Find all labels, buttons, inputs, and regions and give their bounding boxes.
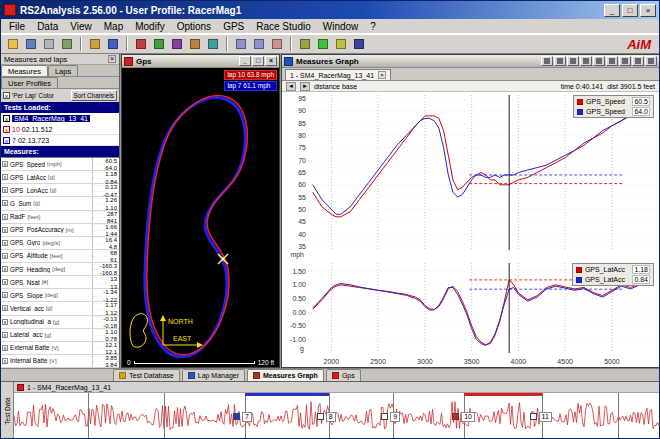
measure-row[interactable]: xRadF[feet]287841: [1, 211, 119, 224]
prev-base-icon[interactable]: ◄: [286, 82, 296, 91]
test-database-icon[interactable]: [87, 36, 103, 52]
doc-tab-test-database[interactable]: Test Database: [113, 369, 180, 381]
measure-checkbox[interactable]: x: [2, 279, 8, 285]
menu-options[interactable]: Options: [171, 21, 217, 32]
measure-checkbox[interactable]: x: [2, 214, 8, 220]
print-icon[interactable]: [41, 36, 57, 52]
legend-item[interactable]: GPS_LatAcc1.18: [576, 265, 650, 274]
per-lap-color-checkbox[interactable]: x: [3, 92, 10, 99]
menu-race-studio[interactable]: Race Studio: [250, 21, 316, 32]
maximize-button[interactable]: □: [622, 4, 638, 17]
legend-item[interactable]: GPS_Speed60.5: [577, 97, 650, 106]
measure-checkbox[interactable]: x: [2, 292, 8, 298]
export-icon[interactable]: [59, 36, 75, 52]
gps-map[interactable]: lap 10 63.8 mphlap 7 61.1 mph: [122, 68, 279, 367]
tab-user-profiles[interactable]: User Profiles: [1, 77, 58, 88]
measure-checkbox[interactable]: x: [2, 161, 8, 167]
next-base-icon[interactable]: ►: [300, 82, 310, 91]
lap-row[interactable]: x702.13.723: [1, 135, 119, 146]
gps-close-button[interactable]: ×: [265, 56, 277, 66]
measure-checkbox[interactable]: x: [2, 305, 8, 311]
graph-tab[interactable]: 1 - SM4_RacerMag_13_41 ×: [285, 69, 391, 80]
doc-tab-lap-manager[interactable]: Lap Manager: [182, 369, 245, 381]
measure-row[interactable]: xGPS_Slope[deg]-1.34-1.22: [1, 289, 119, 302]
lap-select-checkbox[interactable]: [317, 413, 324, 420]
legend-item[interactable]: GPS_LatAcc0.84: [576, 275, 650, 284]
measures-graph-icon[interactable]: [133, 36, 149, 52]
tab-measures[interactable]: Measures: [1, 65, 48, 76]
measure-row[interactable]: xGPS_Gyro[deg/s]16.44.8: [1, 237, 119, 250]
gps-maximize-button[interactable]: □: [252, 56, 264, 66]
lap-marker[interactable]: 7: [242, 412, 252, 422]
measure-checkbox[interactable]: x: [2, 240, 8, 246]
measure-checkbox[interactable]: x: [2, 187, 8, 193]
menu-modify[interactable]: Modify: [129, 21, 170, 32]
menu-data[interactable]: Data: [31, 21, 64, 32]
tab-laps[interactable]: Laps: [48, 65, 78, 76]
lap-marker[interactable]: 11: [539, 412, 552, 422]
lap-select-checkbox[interactable]: [233, 413, 240, 420]
menu-view[interactable]: View: [64, 21, 98, 32]
zoom-in-icon[interactable]: [233, 36, 249, 52]
measure-row[interactable]: xInternal Batte[V]3.853.84: [1, 355, 119, 368]
doc-tab-gps[interactable]: Gps: [326, 369, 361, 381]
measure-row[interactable]: xExternal Batte[V]12.112.1: [1, 342, 119, 355]
measure-checkbox[interactable]: x: [2, 358, 8, 364]
panel-close-icon[interactable]: ×: [108, 55, 116, 63]
menu-map[interactable]: Map: [98, 21, 129, 32]
measure-checkbox[interactable]: x: [2, 266, 8, 272]
gps-minimize-button[interactable]: _: [239, 56, 251, 66]
menu-window[interactable]: Window: [317, 21, 365, 32]
measure-row[interactable]: xLateral_acc[g]1.100.78: [1, 329, 119, 342]
download-data-icon[interactable]: [333, 36, 349, 52]
lap-checkbox[interactable]: x: [3, 137, 10, 144]
doc-tab-measures-graph[interactable]: Measures Graph: [247, 369, 324, 381]
test-checkbox[interactable]: x: [3, 115, 10, 122]
histogram-icon[interactable]: [169, 36, 185, 52]
lap-overview-strip[interactable]: 7891011: [14, 393, 659, 439]
grid-icon[interactable]: [606, 56, 618, 66]
menu-gps[interactable]: GPS: [217, 21, 250, 32]
measure-checkbox[interactable]: x: [2, 174, 8, 180]
measure-checkbox[interactable]: x: [2, 332, 8, 338]
zoom-out-icon[interactable]: [251, 36, 267, 52]
cursor-tool-icon[interactable]: [541, 56, 553, 66]
measure-row[interactable]: xLongitudinal_a[g]-0.13-0.18: [1, 316, 119, 329]
options-icon[interactable]: [297, 36, 313, 52]
gps-map-icon[interactable]: [151, 36, 167, 52]
lap-marker[interactable]: 9: [390, 412, 400, 422]
zoom-out-icon[interactable]: [567, 56, 579, 66]
measure-row[interactable]: xGPS_Nsat[#]1313: [1, 276, 119, 289]
measure-row[interactable]: xGPS_PosAccuracy[m]1.661.44: [1, 224, 119, 237]
test-data-tab[interactable]: Test Data: [1, 382, 14, 439]
measure-row[interactable]: xVertical_acc[g]1.171.12: [1, 302, 119, 315]
measure-row[interactable]: xGPS_LonAcc[g]0.13-0.47: [1, 184, 119, 197]
sort-channels-button[interactable]: Sort Channels: [71, 90, 118, 101]
measure-row[interactable]: xGPS_Altitude[feet]6861: [1, 250, 119, 263]
save-icon[interactable]: [23, 36, 39, 52]
measure-checkbox[interactable]: x: [2, 227, 8, 233]
lap-row[interactable]: x1002.11.512: [1, 124, 119, 135]
measure-row[interactable]: xGPS_Heading[deg]-160.3-160.8: [1, 263, 119, 276]
zoom-reset-icon[interactable]: [269, 36, 285, 52]
zoom-in-icon[interactable]: [554, 56, 566, 66]
lap-select-checkbox[interactable]: [530, 413, 537, 420]
pan-icon[interactable]: [593, 56, 605, 66]
show-measures-icon[interactable]: [619, 56, 631, 66]
lap-marker[interactable]: 10: [461, 412, 475, 422]
test-row[interactable]: x SM4_RacerMag_13_41: [1, 113, 119, 124]
measure-checkbox[interactable]: x: [2, 345, 8, 351]
xy-plot-icon[interactable]: [187, 36, 203, 52]
measure-checkbox[interactable]: x: [2, 253, 8, 259]
zoom-reset-icon[interactable]: [580, 56, 592, 66]
lap-marker[interactable]: 8: [326, 412, 336, 422]
print-icon[interactable]: [645, 56, 657, 66]
channels-icon[interactable]: [205, 36, 221, 52]
lap-select-checkbox[interactable]: [381, 413, 388, 420]
minimize-button[interactable]: _: [604, 4, 620, 17]
tab-close-icon[interactable]: ×: [378, 71, 386, 79]
measure-checkbox[interactable]: x: [2, 319, 8, 325]
lap-checkbox[interactable]: x: [3, 126, 10, 133]
menu--[interactable]: ?: [364, 21, 382, 32]
lap-manager-icon[interactable]: [105, 36, 121, 52]
